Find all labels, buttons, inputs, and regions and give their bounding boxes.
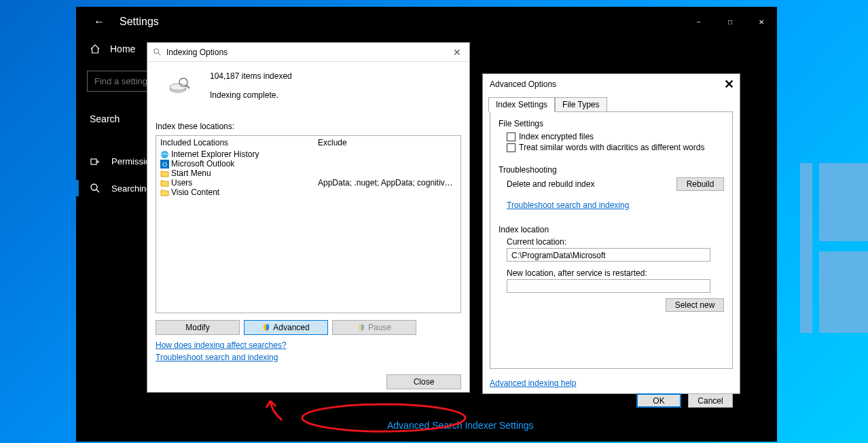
- advanced-options-dialog: Advanced Options ✕ Index Settings File T…: [482, 73, 740, 394]
- settings-titlebar: ← Settings − □ ✕: [76, 7, 777, 37]
- table-row[interactable]: OMicrosoft Outlook: [156, 159, 460, 169]
- svg-point-1: [91, 184, 97, 190]
- locations-label: Index these locations:: [156, 122, 461, 131]
- table-row[interactable]: Users AppData; .nuget; AppData; cognitiv…: [156, 178, 460, 188]
- svg-text:O: O: [162, 161, 167, 168]
- settings-title: Settings: [120, 16, 159, 28]
- advanced-button[interactable]: Advanced: [244, 320, 328, 335]
- select-new-button[interactable]: Select new: [666, 298, 724, 312]
- troubleshooting-label: Troubleshooting: [499, 165, 724, 175]
- ok-button[interactable]: OK: [636, 393, 681, 408]
- search-icon: [90, 183, 101, 194]
- delete-rebuild-label: Delete and rebuild index: [507, 179, 594, 189]
- folder-icon: [160, 188, 169, 197]
- svg-point-4: [170, 84, 186, 90]
- folder-icon: [160, 169, 169, 178]
- items-indexed: 104,187 items indexed: [210, 71, 292, 81]
- indexing-close-icon[interactable]: ✕: [449, 46, 465, 59]
- encrypted-label: Index encrypted files: [519, 132, 594, 141]
- tab-index-settings[interactable]: Index Settings: [488, 97, 555, 112]
- advanced-tab-panel: File Settings Index encrypted files Trea…: [490, 112, 733, 369]
- table-row[interactable]: Internet Explorer History: [156, 149, 460, 159]
- indexing-titlebar: Indexing Options ✕: [147, 43, 469, 62]
- modify-button[interactable]: Modify: [156, 320, 240, 335]
- new-location-box: [507, 279, 710, 293]
- svg-point-2: [154, 48, 159, 53]
- file-settings-label: File Settings: [499, 119, 724, 128]
- troubleshoot-link[interactable]: Troubleshoot search and indexing: [156, 353, 461, 362]
- indexing-title: Indexing Options: [166, 48, 228, 57]
- col-exclude[interactable]: Exclude: [314, 136, 460, 149]
- advanced-close-icon[interactable]: ✕: [724, 77, 734, 92]
- diacritics-checkbox[interactable]: [507, 143, 516, 152]
- indexing-options-dialog: Indexing Options ✕ 104,187 items indexed…: [147, 42, 470, 393]
- minimize-button[interactable]: −: [683, 11, 715, 33]
- shield-icon: [357, 323, 365, 332]
- close-button[interactable]: Close: [386, 374, 461, 389]
- permissions-icon: [90, 156, 101, 166]
- svg-rect-0: [91, 159, 96, 164]
- current-location-box: C:\ProgramData\Microsoft: [507, 248, 710, 262]
- pause-button: Pause: [332, 320, 416, 335]
- close-button[interactable]: ✕: [746, 11, 777, 33]
- ie-icon: [160, 150, 169, 159]
- current-location-label: Current location:: [507, 237, 724, 247]
- table-row[interactable]: Visio Content: [156, 188, 460, 197]
- index-location-label: Index location: [499, 225, 724, 234]
- encrypted-checkbox[interactable]: [507, 132, 516, 141]
- indexing-icon: [153, 48, 162, 57]
- diacritics-label: Treat similar words with diacritics as d…: [519, 143, 704, 152]
- locations-table: Included Locations Exclude Internet Expl…: [156, 135, 461, 313]
- new-location-label: New location, after service is restarted…: [507, 268, 724, 278]
- advanced-titlebar: Advanced Options ✕: [483, 74, 740, 94]
- indexing-status: Indexing complete.: [210, 90, 292, 100]
- outlook-icon: O: [160, 160, 169, 169]
- home-icon: [90, 43, 101, 54]
- col-included[interactable]: Included Locations: [156, 136, 314, 149]
- shield-icon: [262, 323, 270, 332]
- advanced-help-link[interactable]: Advanced indexing help: [490, 378, 576, 388]
- drive-search-icon: [166, 71, 192, 97]
- folder-icon: [160, 179, 169, 188]
- advanced-title: Advanced Options: [490, 79, 556, 89]
- cancel-button[interactable]: Cancel: [688, 393, 733, 408]
- home-label: Home: [110, 43, 135, 54]
- troubleshoot-link[interactable]: Troubleshoot search and indexing: [507, 200, 629, 210]
- desktop-background-accent: [800, 163, 868, 333]
- tab-file-types[interactable]: File Types: [555, 97, 607, 112]
- table-row[interactable]: Start Menu: [156, 169, 460, 178]
- back-button[interactable]: ←: [94, 16, 105, 28]
- how-indexing-link[interactable]: How does indexing affect searches?: [156, 340, 461, 350]
- maximize-button[interactable]: □: [715, 11, 746, 33]
- rebuild-button[interactable]: Rebuild: [676, 177, 724, 191]
- advanced-indexer-link[interactable]: Advanced Search Indexer Settings: [387, 420, 534, 431]
